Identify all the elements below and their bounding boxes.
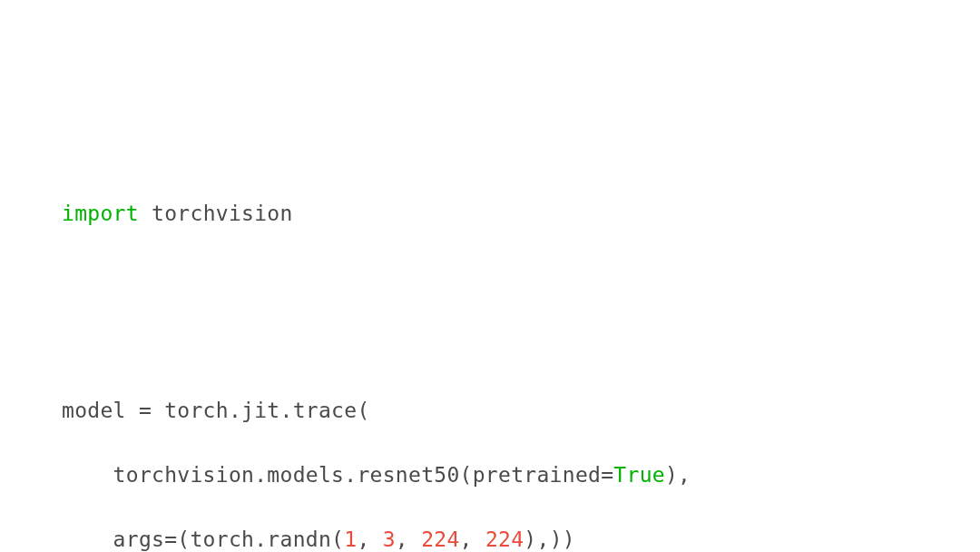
blank-lines: [62, 262, 980, 362]
code-text: torchvision.models.resnet50(pretrained=: [113, 463, 614, 487]
code-line-2: model = torch.jit.trace(: [62, 395, 980, 428]
number-literal: 224: [485, 527, 524, 551]
code-snippet: import torchvision model = torch.jit.tra…: [62, 165, 980, 552]
code-text: ,: [396, 527, 421, 551]
code-text: model = torch.jit.trace(: [62, 399, 370, 422]
indent: [62, 527, 113, 551]
code-line-1: import torchvision: [62, 198, 980, 231]
code-text: args=(torch.randn(: [113, 527, 345, 551]
code-text: ,: [460, 527, 485, 551]
code-text: ),: [665, 463, 691, 487]
number-literal: 1: [344, 527, 357, 551]
code-text: ,: [357, 527, 382, 551]
keyword-import: import: [62, 202, 139, 225]
indent: [62, 463, 113, 487]
number-literal: 224: [421, 527, 459, 551]
code-line-3: torchvision.models.resnet50(pretrained=T…: [62, 459, 980, 492]
code-text: torchvision: [139, 202, 293, 225]
code-text: ),)): [524, 527, 575, 551]
number-literal: 3: [383, 527, 396, 551]
keyword-true: True: [613, 463, 665, 487]
code-line-4: args=(torch.randn(1, 3, 224, 224),)): [62, 524, 980, 552]
